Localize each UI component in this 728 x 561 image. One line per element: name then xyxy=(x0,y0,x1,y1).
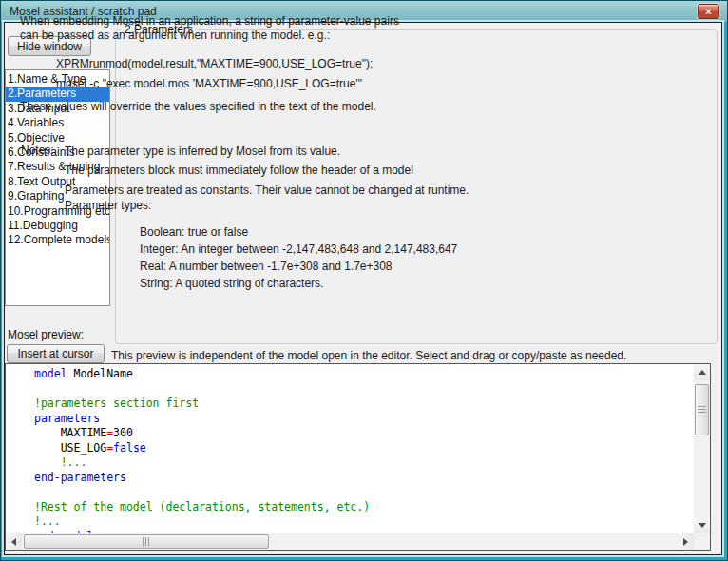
thumb-grip-icon xyxy=(143,537,150,546)
vertical-scroll-thumb[interactable] xyxy=(695,384,709,435)
close-button[interactable]: × xyxy=(698,4,719,19)
scrollbar-left-button[interactable] xyxy=(6,533,22,550)
code-line: end-parameters xyxy=(34,471,694,486)
insert-at-cursor-button[interactable]: Insert at cursor xyxy=(7,344,105,363)
code-line: !parameters section first xyxy=(34,397,694,412)
listbox-item[interactable]: 11.Debugging xyxy=(6,219,109,233)
scroll-right-icon xyxy=(683,538,688,546)
note-line: The parameter type is inferred by Mosel … xyxy=(65,144,469,159)
intro-line: When embedding Mosel in an application, … xyxy=(20,14,399,29)
note-line: Parameter types: xyxy=(65,198,469,213)
parameter-types-list: Boolean: true or falseInteger: An intege… xyxy=(140,223,457,292)
code-token: model xyxy=(34,367,67,380)
mosel-preview-label: Mosel preview: xyxy=(8,328,84,341)
notes-label: Notes: xyxy=(21,144,54,157)
notes-list: The parameter type is inferred by Mosel … xyxy=(65,144,469,213)
code-preview-area[interactable]: model ModelName!parameters section first… xyxy=(5,363,711,551)
intro-line: can be passed as an argument when runnin… xyxy=(20,29,399,43)
type-line: Real: A number between -1.7e+308 and 1.7… xyxy=(140,258,457,275)
preview-caption: This preview is independent of the model… xyxy=(111,349,626,362)
scrollbar-up-button[interactable] xyxy=(694,364,710,380)
horizontal-scroll-thumb[interactable] xyxy=(24,534,269,549)
type-line: String: A quoted string of characters. xyxy=(140,275,457,292)
scroll-up-icon xyxy=(699,370,706,375)
type-line: Boolean: true or false xyxy=(140,223,457,241)
code-line: parameters xyxy=(34,412,694,427)
note-line: The parameters block must immediately fo… xyxy=(65,163,469,178)
code-token: MAXTIME xyxy=(34,426,106,439)
type-line: Integer: An integer between -2,147,483,6… xyxy=(140,241,457,258)
code-token: ModelName xyxy=(67,367,133,380)
close-icon: × xyxy=(705,6,711,17)
scrollbar-right-button[interactable] xyxy=(678,533,694,550)
code-token: 300 xyxy=(113,426,133,439)
code-token: end-parameters xyxy=(34,471,126,484)
code-token: parameters xyxy=(34,412,100,425)
scrollbar-corner xyxy=(694,533,710,550)
thumb-grip-icon xyxy=(698,406,706,414)
code-token: USE_LOG xyxy=(34,441,106,455)
code-line: model ModelName xyxy=(34,367,694,382)
code-token: !parameters section first xyxy=(34,397,199,410)
mosel-assistant-window: Mosel assistant / scratch pad × Hide win… xyxy=(0,0,728,561)
code-token: !Rest of the model (declarations, statem… xyxy=(34,500,370,513)
intro-text: When embedding Mosel in an application, … xyxy=(20,14,399,43)
horizontal-scrollbar[interactable] xyxy=(6,533,694,550)
scroll-left-icon xyxy=(11,538,16,546)
code-line xyxy=(34,485,694,500)
note-line: Parameters are treated as constants. The… xyxy=(65,183,469,198)
example-code-line: XPRMrunmod(model,result,"MAXTIME=900,USE… xyxy=(56,54,373,74)
code-line: !... xyxy=(34,455,694,471)
scrollbar-down-button[interactable] xyxy=(694,517,710,533)
code-token: !... xyxy=(34,514,61,528)
code-line: USE_LOG=false xyxy=(34,441,694,456)
code-line: !... xyxy=(34,514,694,530)
code-line: MAXTIME=300 xyxy=(34,426,694,441)
example-code-line: mosel -c "exec model.mos 'MAXTIME=900,US… xyxy=(56,74,373,94)
listbox-item[interactable]: 4.Variables xyxy=(6,116,109,130)
code-line: !Rest of the model (declarations, statem… xyxy=(34,500,694,515)
vertical-scrollbar[interactable] xyxy=(694,364,710,533)
example-code-block: XPRMrunmod(model,result,"MAXTIME=900,USE… xyxy=(56,54,373,94)
code-text[interactable]: model ModelName!parameters section first… xyxy=(6,364,694,533)
listbox-item[interactable]: 12.Complete models xyxy=(6,233,109,247)
override-note: These values will override the values sp… xyxy=(20,100,376,113)
code-token: !... xyxy=(34,455,86,469)
scroll-down-icon xyxy=(699,523,706,528)
code-line xyxy=(34,382,694,397)
code-token: false xyxy=(113,441,146,455)
